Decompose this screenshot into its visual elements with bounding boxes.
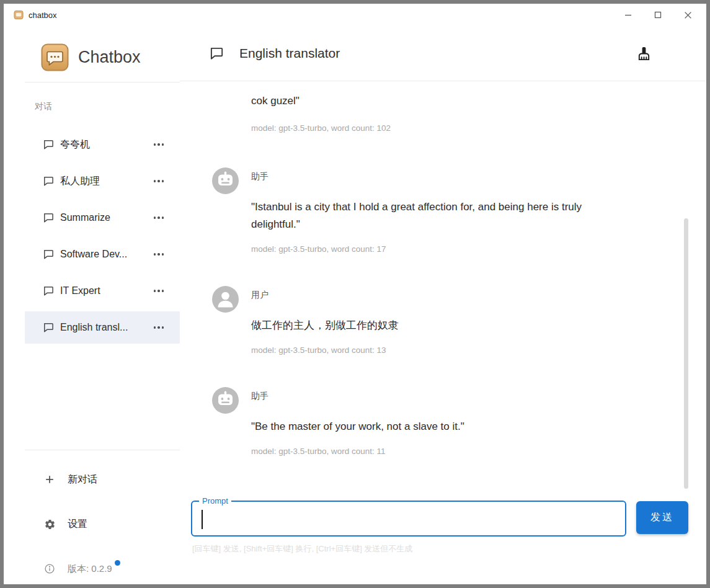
new-chat-label: 新对话 bbox=[68, 473, 97, 486]
info-icon bbox=[43, 563, 56, 575]
message-text: 做工作的主人，别做工作的奴隶 bbox=[251, 317, 399, 334]
window-controls bbox=[613, 4, 706, 26]
chat-item-label: English transl... bbox=[60, 322, 154, 333]
sidebar-item-chat-5-selected[interactable]: English transl... bbox=[25, 311, 180, 344]
message-meta: model: gpt-3.5-turbo, word count: 102 bbox=[251, 123, 391, 133]
new-chat-button[interactable]: 新对话 bbox=[25, 464, 180, 495]
message-assistant: 助手 "Be the master of your work, not a sl… bbox=[212, 387, 632, 456]
cleaning-brush-icon[interactable] bbox=[633, 43, 654, 64]
send-button[interactable]: 发送 bbox=[636, 501, 688, 534]
sidebar-item-chat-1[interactable]: 私人助理 bbox=[25, 165, 180, 197]
conversations-section-label: 对话 bbox=[35, 101, 180, 112]
close-icon[interactable] bbox=[673, 4, 703, 26]
more-icon[interactable] bbox=[154, 323, 164, 332]
chat-item-label: 夸夸机 bbox=[60, 138, 154, 151]
sidebar: Chatbox 对话 夸夸机 私人助理 Summarize bbox=[25, 26, 180, 584]
window-title: chatbox bbox=[29, 11, 57, 20]
chat-bubble-icon bbox=[42, 321, 55, 334]
robot-avatar-icon bbox=[212, 167, 239, 194]
message-assistant: 助手 "Istanbul is a city that I hold a gre… bbox=[212, 167, 632, 254]
message-list: cok guzel" model: gpt-3.5-turbo, word co… bbox=[180, 81, 706, 501]
minimize-icon[interactable] bbox=[613, 4, 643, 26]
more-icon[interactable] bbox=[154, 176, 164, 186]
sidebar-item-chat-4[interactable]: IT Expert bbox=[25, 275, 180, 307]
sidebar-item-chat-0[interactable]: 夸夸机 bbox=[25, 128, 180, 161]
prompt-field: Prompt bbox=[191, 501, 626, 537]
sidebar-item-chat-3[interactable]: Software Dev... bbox=[25, 238, 180, 270]
more-icon[interactable] bbox=[154, 140, 164, 149]
message-user: 用户 做工作的主人，别做工作的奴隶 model: gpt-3.5-turbo, … bbox=[212, 286, 632, 355]
version-label: 版本: 0.2.9 bbox=[68, 563, 112, 575]
version-row[interactable]: 版本: 0.2.9 bbox=[25, 553, 180, 584]
conversation-header: English translator bbox=[180, 26, 706, 81]
message-text: cok guzel" bbox=[251, 92, 391, 110]
chat-item-label: Summarize bbox=[60, 212, 154, 223]
brand-name: Chatbox bbox=[78, 48, 141, 67]
message-sender: 用户 bbox=[251, 290, 399, 301]
gear-icon bbox=[43, 518, 56, 530]
more-icon[interactable] bbox=[154, 213, 164, 223]
app-window: chatbox bbox=[0, 0, 710, 588]
chat-bubble-icon bbox=[208, 45, 224, 61]
prompt-field-label: Prompt bbox=[199, 496, 231, 506]
prompt-area: Prompt 发送 [回车键] 发送, [Shift+回车键] 换行, [Ctr… bbox=[180, 501, 706, 584]
chat-bubble-icon bbox=[42, 285, 55, 297]
titlebar: chatbox bbox=[4, 4, 706, 26]
chat-item-label: IT Expert bbox=[60, 285, 154, 296]
settings-button[interactable]: 设置 bbox=[25, 509, 180, 540]
content: Chatbox 对话 夸夸机 私人助理 Summarize bbox=[4, 26, 706, 584]
message-sender: 助手 bbox=[251, 171, 623, 182]
sidebar-bottom-divider bbox=[25, 450, 180, 450]
message-meta: model: gpt-3.5-turbo, word count: 17 bbox=[251, 244, 623, 254]
robot-avatar-icon bbox=[212, 387, 239, 414]
maximize-icon[interactable] bbox=[643, 4, 673, 26]
app-logo-small-icon bbox=[14, 11, 24, 20]
message-text: "Be the master of your work, not a slave… bbox=[251, 418, 464, 435]
main-panel: English translator cok guzel" model: gpt… bbox=[180, 26, 706, 584]
chat-item-label: 私人助理 bbox=[60, 175, 154, 188]
message-sender: 助手 bbox=[251, 391, 464, 402]
plus-icon bbox=[43, 473, 56, 486]
settings-label: 设置 bbox=[68, 518, 87, 531]
message-meta: model: gpt-3.5-turbo, word count: 11 bbox=[251, 447, 464, 456]
message-text: "Istanbul is a city that I hold a great … bbox=[251, 198, 623, 233]
chat-item-label: Software Dev... bbox=[60, 249, 154, 260]
chat-bubble-icon bbox=[42, 248, 55, 261]
conversation-title: English translator bbox=[239, 46, 340, 61]
sidebar-item-chat-2[interactable]: Summarize bbox=[25, 202, 180, 234]
chat-bubble-icon bbox=[42, 212, 55, 224]
sidebar-divider bbox=[25, 82, 180, 82]
scrollbar-thumb[interactable] bbox=[684, 218, 688, 489]
message-assistant-partial: cok guzel" model: gpt-3.5-turbo, word co… bbox=[212, 90, 632, 133]
keyboard-hint: [回车键] 发送, [Shift+回车键] 换行, [Ctrl+回车键] 发送但… bbox=[192, 543, 688, 555]
prompt-input[interactable] bbox=[192, 502, 625, 535]
brand-row: Chatbox bbox=[25, 41, 180, 73]
chat-list: 夸夸机 私人助理 Summarize Software Dev... bbox=[25, 128, 180, 344]
more-icon[interactable] bbox=[154, 249, 164, 259]
user-avatar-icon bbox=[212, 286, 239, 313]
chat-bubble-icon bbox=[42, 175, 55, 187]
chat-bubble-icon bbox=[42, 138, 55, 151]
update-badge-dot bbox=[115, 560, 120, 566]
app-logo bbox=[41, 43, 69, 71]
more-icon[interactable] bbox=[154, 286, 164, 296]
message-meta: model: gpt-3.5-turbo, word count: 13 bbox=[251, 345, 399, 355]
